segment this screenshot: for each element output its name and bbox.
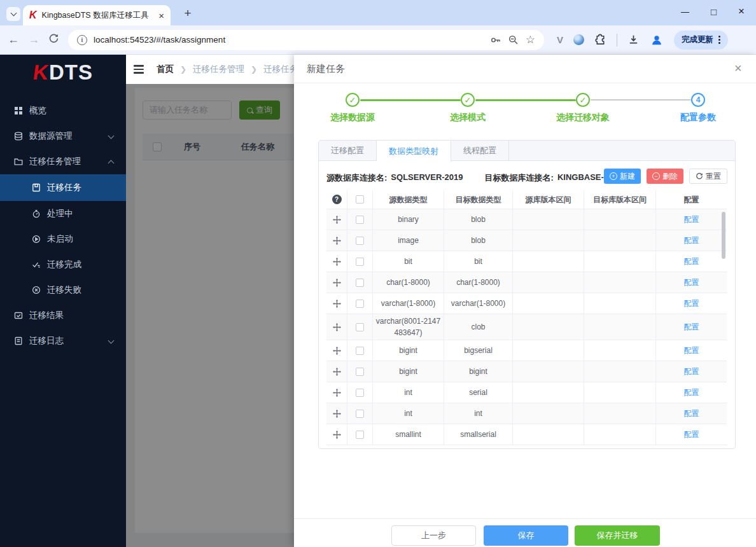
logo-dts: DTS [49, 60, 93, 85]
row-drag-handle[interactable] [326, 424, 347, 445]
config-link[interactable]: 配置 [684, 366, 699, 377]
breadcrumb-item: 迁移任务管理 [193, 64, 244, 75]
save-button[interactable]: 保存 [484, 525, 568, 546]
tab-数据类型映射[interactable]: 数据类型映射 [377, 141, 451, 162]
config-link[interactable]: 配置 [684, 408, 699, 419]
chevron-down-icon [108, 338, 115, 344]
drag-handle-icon [333, 237, 341, 245]
zoom-out-icon[interactable] [508, 34, 519, 46]
row-drag-handle[interactable] [326, 230, 347, 251]
source-version-cell [513, 230, 584, 251]
new-tab-button[interactable]: + [181, 6, 195, 20]
row-drag-handle[interactable] [326, 403, 347, 424]
window-maximize-button[interactable]: □ [711, 6, 717, 17]
row-drag-handle[interactable] [326, 382, 347, 403]
sidebar-item-label: 迁移任务 [47, 182, 81, 193]
downloads-icon[interactable] [627, 34, 640, 46]
sidebar-item-概览[interactable]: 概览 [0, 98, 126, 123]
chrome-update-button[interactable]: 完成更新 [674, 31, 728, 50]
breadcrumb-item: 迁移任务 [263, 64, 298, 75]
sidebar-item-处理中[interactable]: 处理中 [0, 201, 126, 226]
reset-button-label: 重置 [706, 171, 721, 182]
source-type-cell: image [373, 230, 444, 251]
sidebar-item-迁移失败[interactable]: 迁移失败 [0, 277, 126, 303]
sidebar-menu: 概览数据源管理迁移任务管理迁移任务处理中未启动迁移完成迁移失败迁移结果迁移日志 [0, 98, 126, 354]
row-drag-handle[interactable] [326, 251, 347, 272]
source-version-cell [513, 251, 584, 272]
extension-o-icon[interactable] [573, 34, 584, 45]
breadcrumb-item[interactable]: 首页 [157, 64, 174, 75]
drag-handle-icon [333, 431, 341, 439]
sidebar-item-迁移任务[interactable]: 迁移任务 [0, 174, 126, 201]
drawer-close-icon[interactable]: × [734, 61, 742, 76]
row-drag-handle[interactable] [326, 293, 347, 314]
drag-handle-icon [333, 347, 341, 355]
row-checkbox[interactable] [356, 300, 364, 308]
sidebar-item-未启动[interactable]: 未启动 [0, 226, 126, 252]
type-mapping-table: ?源数据类型目标数据类型源库版本区间目标库版本区间配置binaryblob配置i… [326, 190, 727, 449]
window-close-button[interactable]: × [738, 5, 745, 18]
sidebar-item-迁移完成[interactable]: 迁移完成 [0, 252, 126, 277]
config-link[interactable]: 配置 [684, 429, 699, 440]
new-mapping-button[interactable]: + 新建 [604, 169, 641, 184]
tab-search-button[interactable] [6, 7, 20, 21]
row-checkbox[interactable] [356, 237, 364, 245]
row-drag-handle[interactable] [326, 340, 347, 361]
config-link[interactable]: 配置 [684, 235, 699, 246]
row-checkbox[interactable] [356, 389, 364, 397]
sidebar-collapse-icon[interactable] [134, 65, 144, 73]
extensions-puzzle-icon[interactable] [594, 34, 606, 46]
config-link[interactable]: 配置 [684, 277, 699, 288]
row-checkbox[interactable] [356, 258, 364, 266]
row-checkbox[interactable] [356, 323, 364, 331]
row-drag-handle[interactable] [326, 272, 347, 293]
row-checkbox[interactable] [356, 431, 364, 439]
back-button[interactable]: ← [8, 33, 19, 46]
config-link[interactable]: 配置 [684, 256, 699, 267]
password-key-icon[interactable] [490, 34, 501, 46]
table-scrollbar-thumb[interactable] [722, 212, 725, 259]
config-link[interactable]: 配置 [684, 298, 699, 309]
sidebar-item-迁移结果[interactable]: 迁移结果 [0, 303, 126, 328]
config-link[interactable]: 配置 [684, 387, 699, 398]
site-info-icon[interactable]: i [77, 35, 87, 45]
sidebar-item-迁移任务管理[interactable]: 迁移任务管理 [0, 149, 126, 174]
tab-迁移配置[interactable]: 迁移配置 [319, 141, 377, 161]
row-drag-handle[interactable] [326, 209, 347, 230]
window-minimize-button[interactable]: — [681, 7, 689, 17]
url-text[interactable]: localhost:54523/#/task/assignment [94, 35, 484, 45]
reset-mapping-button[interactable]: 重置 [689, 169, 727, 184]
more-vertical-icon[interactable] [718, 36, 720, 44]
previous-step-button[interactable]: 上一步 [391, 525, 476, 546]
delete-mapping-button[interactable]: − 删除 [647, 169, 683, 184]
tab-close-icon[interactable]: × [158, 10, 164, 21]
row-checkbox[interactable] [356, 279, 364, 287]
extension-v-icon[interactable]: V [557, 34, 563, 45]
profile-avatar-icon[interactable] [650, 33, 664, 47]
sidebar-item-迁移日志[interactable]: 迁移日志 [0, 328, 126, 354]
forward-button[interactable]: → [28, 33, 39, 46]
config-link[interactable]: 配置 [684, 321, 699, 333]
row-checkbox[interactable] [356, 216, 364, 224]
result-icon [14, 311, 23, 320]
sidebar-item-数据源管理[interactable]: 数据源管理 [0, 123, 126, 149]
folder-icon [14, 157, 23, 166]
bookmark-star-icon[interactable]: ☆ [526, 33, 535, 46]
select-all-checkbox[interactable] [356, 195, 364, 204]
config-link[interactable]: 配置 [684, 214, 699, 225]
row-checkbox[interactable] [356, 347, 364, 355]
save-and-migrate-button[interactable]: 保存并迁移 [575, 525, 660, 546]
browser-tab[interactable]: K KingbaseDTS 数据库迁移工具 × [23, 5, 171, 25]
sidebar-item-label: 迁移日志 [29, 335, 64, 347]
address-bar[interactable]: i localhost:54523/#/task/assignment ☆ [68, 30, 544, 50]
row-drag-handle[interactable] [326, 314, 347, 340]
row-drag-handle[interactable] [326, 361, 347, 382]
row-checkbox[interactable] [356, 368, 364, 376]
chevron-up-icon [108, 160, 115, 167]
reload-button[interactable] [48, 33, 59, 47]
help-question-icon[interactable]: ? [332, 195, 342, 204]
tab-线程配置[interactable]: 线程配置 [451, 141, 509, 161]
row-checkbox[interactable] [356, 410, 364, 418]
browser-titlebar: K KingbaseDTS 数据库迁移工具 × + — □ × [0, 0, 756, 25]
config-link[interactable]: 配置 [684, 345, 699, 356]
